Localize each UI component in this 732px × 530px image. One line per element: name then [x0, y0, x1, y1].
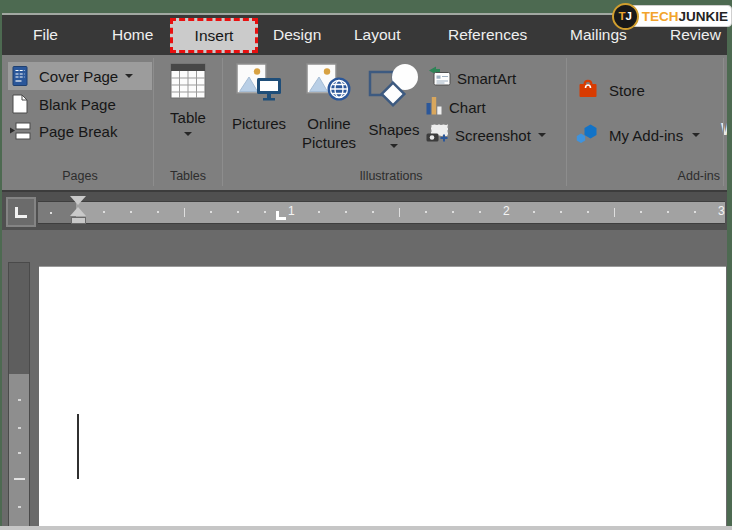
group-divider	[153, 58, 154, 186]
tab-home[interactable]: Home	[112, 15, 153, 55]
logo-letter-j: J	[626, 10, 632, 22]
tab-design[interactable]: Design	[273, 15, 321, 55]
store-label: Store	[609, 82, 645, 99]
table-label: Table	[170, 108, 206, 127]
ruler-tick	[694, 211, 696, 213]
techjunkie-badge-icon: TJ	[612, 3, 639, 30]
ruler-tick	[318, 211, 320, 213]
logo-word-tech: TECH	[642, 9, 679, 24]
cover-page-label: Cover Page	[39, 68, 118, 85]
blank-page-icon	[8, 94, 32, 114]
screenshot-label: Screenshot	[455, 127, 531, 144]
screenshot-dropdown-caret	[538, 133, 546, 137]
pictures-icon	[236, 63, 282, 109]
online-pictures-label: Online Pictures	[302, 114, 356, 152]
tab-stop-selector[interactable]	[6, 197, 36, 227]
group-divider	[566, 58, 567, 186]
blank-page-button[interactable]: Blank Page	[8, 90, 152, 118]
ruler-number-1: 1	[288, 204, 295, 218]
logo-word-junkie: JUNKIE	[678, 9, 728, 24]
chart-label: Chart	[449, 99, 486, 116]
vertical-ruler	[8, 374, 30, 526]
tab-stop-marker[interactable]	[276, 211, 286, 220]
ruler-tick	[640, 211, 642, 213]
ruler-tick	[237, 211, 239, 213]
tab-insert-selected[interactable]: Insert	[170, 18, 258, 53]
ruler-tick	[184, 208, 185, 217]
table-button[interactable]: Table	[156, 57, 220, 167]
screenshot-icon	[426, 124, 449, 147]
page-break-icon	[8, 122, 32, 140]
smartart-button[interactable]: SmartArt	[426, 65, 516, 91]
document-page[interactable]	[39, 266, 726, 526]
tables-group-label: Tables	[154, 169, 222, 183]
window-content: File Home Insert Design Layout Reference…	[2, 13, 727, 526]
ruler-tick	[479, 211, 481, 213]
online-pictures-icon	[306, 63, 352, 109]
my-addins-button[interactable]: My Add-ins	[576, 121, 700, 149]
horizontal-ruler[interactable]	[76, 201, 725, 224]
ruler-tick	[345, 211, 347, 213]
cover-page-dropdown-caret	[125, 74, 133, 78]
pages-group-label: Pages	[8, 169, 152, 183]
store-button[interactable]: Store	[576, 76, 645, 104]
ruler-tick	[264, 211, 266, 213]
online-pictures-line1: Online	[307, 115, 350, 132]
ruler-tick	[372, 211, 374, 213]
cover-page-button[interactable]: Cover Page	[8, 62, 152, 90]
store-icon	[576, 76, 600, 104]
shapes-button[interactable]: Shapes	[364, 57, 424, 167]
tab-layout[interactable]: Layout	[354, 15, 401, 55]
online-pictures-line2: Pictures	[302, 134, 356, 151]
hanging-indent-marker[interactable]	[70, 207, 86, 216]
bottom-edge	[0, 526, 732, 530]
shapes-icon	[367, 63, 421, 115]
word-window: File Home Insert Design Layout Reference…	[0, 0, 732, 530]
first-line-indent-marker[interactable]	[70, 196, 86, 205]
techjunkie-logo: TJ TECHJUNKIE	[612, 2, 732, 30]
smartart-icon	[426, 66, 451, 90]
chart-button[interactable]: Chart	[426, 94, 486, 120]
ruler-tick	[560, 211, 562, 213]
ruler-tick	[425, 211, 427, 213]
ruler-tick	[533, 211, 535, 213]
group-divider	[723, 58, 724, 186]
text-cursor	[77, 414, 79, 479]
page-break-label: Page Break	[39, 123, 117, 140]
addins-group-label: Add-ins	[562, 169, 720, 183]
ruler-tick	[587, 211, 589, 213]
smartart-label: SmartArt	[457, 70, 516, 87]
group-divider	[222, 58, 223, 186]
pictures-label: Pictures	[232, 114, 286, 133]
blank-page-label: Blank Page	[39, 96, 116, 113]
document-area	[2, 230, 727, 526]
ruler-tick	[667, 211, 669, 213]
shapes-label: Shapes	[369, 120, 420, 139]
ruler-tick	[103, 211, 105, 213]
online-pictures-button[interactable]: Online Pictures	[294, 57, 364, 167]
pictures-button[interactable]: Pictures	[226, 57, 292, 167]
table-icon	[170, 63, 206, 103]
ruler-tick	[452, 211, 454, 213]
table-dropdown-caret	[184, 132, 192, 136]
ruler-tick	[157, 211, 159, 213]
my-addins-icon	[576, 123, 600, 148]
left-tab-glyph	[15, 207, 27, 218]
wikipedia-clipped-glyph[interactable]: W	[721, 121, 727, 139]
my-addins-dropdown-caret	[692, 133, 700, 137]
page-break-button[interactable]: Page Break	[8, 117, 152, 145]
shapes-dropdown-caret	[390, 144, 398, 148]
techjunkie-wordmark: TECHJUNKIE	[624, 5, 732, 27]
ruler-tick	[130, 211, 132, 213]
vertical-ruler-margin	[8, 262, 30, 374]
cover-page-icon	[8, 66, 32, 86]
tab-file[interactable]: File	[33, 15, 58, 55]
ruler-tick	[210, 211, 212, 213]
tab-references[interactable]: References	[448, 15, 527, 55]
ruler-row: 1 2 3	[2, 190, 727, 230]
logo-letter-t: T	[619, 10, 626, 22]
screenshot-button[interactable]: Screenshot	[426, 122, 546, 148]
left-indent-marker[interactable]	[71, 217, 86, 224]
illustrations-group-label: Illustrations	[226, 169, 556, 183]
chart-icon	[426, 96, 443, 119]
